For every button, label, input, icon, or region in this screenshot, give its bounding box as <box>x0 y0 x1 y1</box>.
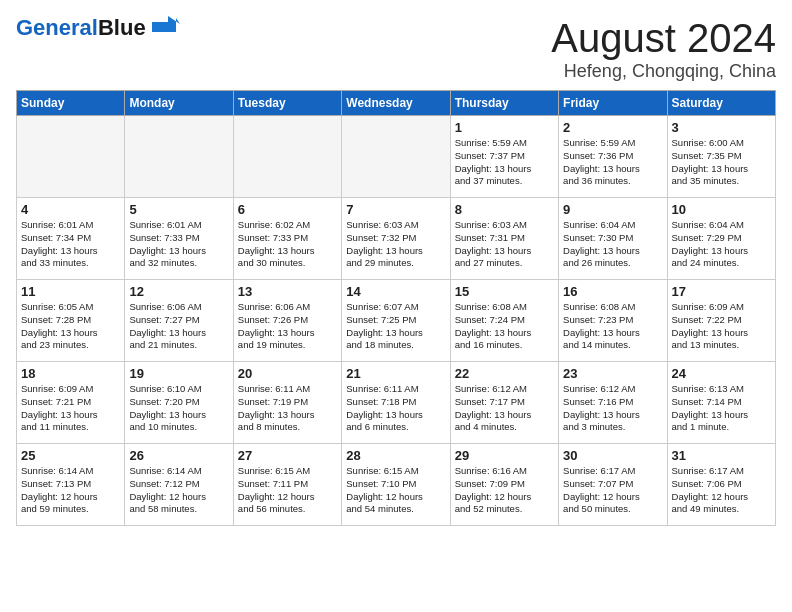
logo-general: General <box>16 15 98 40</box>
cell-content: Sunrise: 6:04 AM Sunset: 7:29 PM Dayligh… <box>672 219 771 270</box>
day-number: 24 <box>672 366 771 381</box>
day-number: 5 <box>129 202 228 217</box>
calendar-cell: 11Sunrise: 6:05 AM Sunset: 7:28 PM Dayli… <box>17 280 125 362</box>
week-row-2: 4Sunrise: 6:01 AM Sunset: 7:34 PM Daylig… <box>17 198 776 280</box>
cell-content: Sunrise: 6:05 AM Sunset: 7:28 PM Dayligh… <box>21 301 120 352</box>
day-number: 31 <box>672 448 771 463</box>
header: GeneralBlue August 2024 Hefeng, Chongqin… <box>16 16 776 82</box>
calendar-cell <box>125 116 233 198</box>
cell-content: Sunrise: 6:17 AM Sunset: 7:06 PM Dayligh… <box>672 465 771 516</box>
cell-content: Sunrise: 6:16 AM Sunset: 7:09 PM Dayligh… <box>455 465 554 516</box>
calendar-cell: 1Sunrise: 5:59 AM Sunset: 7:37 PM Daylig… <box>450 116 558 198</box>
logo-blue: Blue <box>98 15 146 40</box>
day-number: 6 <box>238 202 337 217</box>
cell-content: Sunrise: 6:17 AM Sunset: 7:07 PM Dayligh… <box>563 465 662 516</box>
cell-content: Sunrise: 6:08 AM Sunset: 7:23 PM Dayligh… <box>563 301 662 352</box>
day-of-week-friday: Friday <box>559 91 667 116</box>
calendar-cell: 28Sunrise: 6:15 AM Sunset: 7:10 PM Dayli… <box>342 444 450 526</box>
day-of-week-tuesday: Tuesday <box>233 91 341 116</box>
cell-content: Sunrise: 6:15 AM Sunset: 7:10 PM Dayligh… <box>346 465 445 516</box>
cell-content: Sunrise: 5:59 AM Sunset: 7:36 PM Dayligh… <box>563 137 662 188</box>
calendar-cell: 13Sunrise: 6:06 AM Sunset: 7:26 PM Dayli… <box>233 280 341 362</box>
day-of-week-saturday: Saturday <box>667 91 775 116</box>
calendar-cell: 2Sunrise: 5:59 AM Sunset: 7:36 PM Daylig… <box>559 116 667 198</box>
location-title: Hefeng, Chongqing, China <box>551 61 776 82</box>
calendar-cell: 6Sunrise: 6:02 AM Sunset: 7:33 PM Daylig… <box>233 198 341 280</box>
calendar-cell: 31Sunrise: 6:17 AM Sunset: 7:06 PM Dayli… <box>667 444 775 526</box>
calendar-cell: 22Sunrise: 6:12 AM Sunset: 7:17 PM Dayli… <box>450 362 558 444</box>
calendar-cell: 4Sunrise: 6:01 AM Sunset: 7:34 PM Daylig… <box>17 198 125 280</box>
day-number: 11 <box>21 284 120 299</box>
day-number: 26 <box>129 448 228 463</box>
calendar-cell: 17Sunrise: 6:09 AM Sunset: 7:22 PM Dayli… <box>667 280 775 362</box>
cell-content: Sunrise: 6:07 AM Sunset: 7:25 PM Dayligh… <box>346 301 445 352</box>
day-number: 23 <box>563 366 662 381</box>
day-number: 4 <box>21 202 120 217</box>
cell-content: Sunrise: 6:12 AM Sunset: 7:16 PM Dayligh… <box>563 383 662 434</box>
day-number: 12 <box>129 284 228 299</box>
cell-content: Sunrise: 6:13 AM Sunset: 7:14 PM Dayligh… <box>672 383 771 434</box>
cell-content: Sunrise: 6:06 AM Sunset: 7:27 PM Dayligh… <box>129 301 228 352</box>
calendar-cell: 24Sunrise: 6:13 AM Sunset: 7:14 PM Dayli… <box>667 362 775 444</box>
cell-content: Sunrise: 6:01 AM Sunset: 7:34 PM Dayligh… <box>21 219 120 270</box>
day-number: 2 <box>563 120 662 135</box>
month-title: August 2024 <box>551 16 776 61</box>
day-number: 8 <box>455 202 554 217</box>
day-header-row: SundayMondayTuesdayWednesdayThursdayFrid… <box>17 91 776 116</box>
week-row-5: 25Sunrise: 6:14 AM Sunset: 7:13 PM Dayli… <box>17 444 776 526</box>
cell-content: Sunrise: 6:09 AM Sunset: 7:22 PM Dayligh… <box>672 301 771 352</box>
cell-content: Sunrise: 6:03 AM Sunset: 7:31 PM Dayligh… <box>455 219 554 270</box>
cell-content: Sunrise: 6:14 AM Sunset: 7:12 PM Dayligh… <box>129 465 228 516</box>
calendar-cell: 18Sunrise: 6:09 AM Sunset: 7:21 PM Dayli… <box>17 362 125 444</box>
calendar-cell: 29Sunrise: 6:16 AM Sunset: 7:09 PM Dayli… <box>450 444 558 526</box>
title-area: August 2024 Hefeng, Chongqing, China <box>551 16 776 82</box>
day-number: 20 <box>238 366 337 381</box>
calendar-cell: 19Sunrise: 6:10 AM Sunset: 7:20 PM Dayli… <box>125 362 233 444</box>
day-number: 14 <box>346 284 445 299</box>
calendar-cell: 14Sunrise: 6:07 AM Sunset: 7:25 PM Dayli… <box>342 280 450 362</box>
day-number: 7 <box>346 202 445 217</box>
day-number: 22 <box>455 366 554 381</box>
cell-content: Sunrise: 6:11 AM Sunset: 7:19 PM Dayligh… <box>238 383 337 434</box>
cell-content: Sunrise: 6:08 AM Sunset: 7:24 PM Dayligh… <box>455 301 554 352</box>
logo: GeneralBlue <box>16 16 180 40</box>
calendar-cell: 21Sunrise: 6:11 AM Sunset: 7:18 PM Dayli… <box>342 362 450 444</box>
cell-content: Sunrise: 5:59 AM Sunset: 7:37 PM Dayligh… <box>455 137 554 188</box>
day-number: 1 <box>455 120 554 135</box>
cell-content: Sunrise: 6:11 AM Sunset: 7:18 PM Dayligh… <box>346 383 445 434</box>
calendar-cell <box>17 116 125 198</box>
logo-arrow-icon <box>148 14 180 34</box>
day-of-week-sunday: Sunday <box>17 91 125 116</box>
day-number: 3 <box>672 120 771 135</box>
week-row-1: 1Sunrise: 5:59 AM Sunset: 7:37 PM Daylig… <box>17 116 776 198</box>
cell-content: Sunrise: 6:00 AM Sunset: 7:35 PM Dayligh… <box>672 137 771 188</box>
cell-content: Sunrise: 6:06 AM Sunset: 7:26 PM Dayligh… <box>238 301 337 352</box>
day-number: 17 <box>672 284 771 299</box>
calendar-cell: 30Sunrise: 6:17 AM Sunset: 7:07 PM Dayli… <box>559 444 667 526</box>
calendar-cell: 5Sunrise: 6:01 AM Sunset: 7:33 PM Daylig… <box>125 198 233 280</box>
day-of-week-monday: Monday <box>125 91 233 116</box>
day-number: 19 <box>129 366 228 381</box>
calendar-cell: 23Sunrise: 6:12 AM Sunset: 7:16 PM Dayli… <box>559 362 667 444</box>
day-of-week-thursday: Thursday <box>450 91 558 116</box>
cell-content: Sunrise: 6:04 AM Sunset: 7:30 PM Dayligh… <box>563 219 662 270</box>
week-row-4: 18Sunrise: 6:09 AM Sunset: 7:21 PM Dayli… <box>17 362 776 444</box>
day-number: 9 <box>563 202 662 217</box>
cell-content: Sunrise: 6:10 AM Sunset: 7:20 PM Dayligh… <box>129 383 228 434</box>
cell-content: Sunrise: 6:14 AM Sunset: 7:13 PM Dayligh… <box>21 465 120 516</box>
calendar-cell: 8Sunrise: 6:03 AM Sunset: 7:31 PM Daylig… <box>450 198 558 280</box>
day-number: 27 <box>238 448 337 463</box>
calendar-cell: 12Sunrise: 6:06 AM Sunset: 7:27 PM Dayli… <box>125 280 233 362</box>
cell-content: Sunrise: 6:01 AM Sunset: 7:33 PM Dayligh… <box>129 219 228 270</box>
calendar-cell: 9Sunrise: 6:04 AM Sunset: 7:30 PM Daylig… <box>559 198 667 280</box>
calendar-cell <box>342 116 450 198</box>
calendar-cell: 27Sunrise: 6:15 AM Sunset: 7:11 PM Dayli… <box>233 444 341 526</box>
calendar-cell: 20Sunrise: 6:11 AM Sunset: 7:19 PM Dayli… <box>233 362 341 444</box>
day-number: 16 <box>563 284 662 299</box>
cell-content: Sunrise: 6:09 AM Sunset: 7:21 PM Dayligh… <box>21 383 120 434</box>
day-of-week-wednesday: Wednesday <box>342 91 450 116</box>
cell-content: Sunrise: 6:03 AM Sunset: 7:32 PM Dayligh… <box>346 219 445 270</box>
day-number: 18 <box>21 366 120 381</box>
day-number: 13 <box>238 284 337 299</box>
day-number: 15 <box>455 284 554 299</box>
